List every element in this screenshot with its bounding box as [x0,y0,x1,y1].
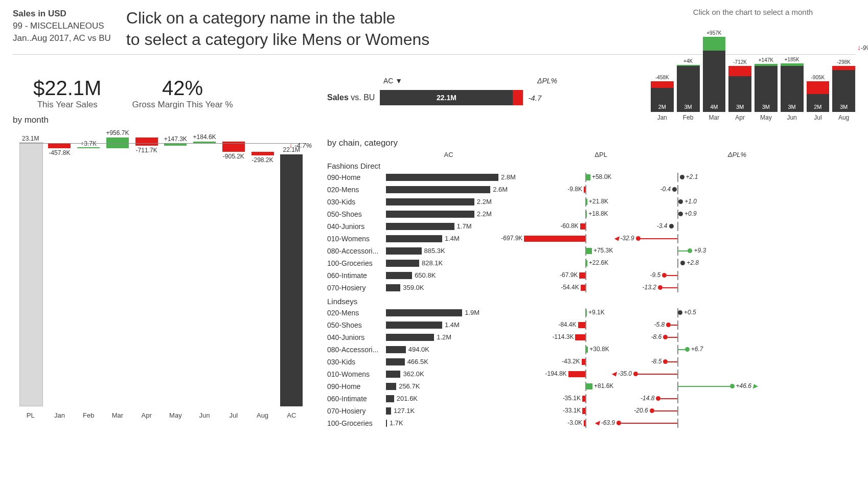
mini-side-label: ↓-9% [857,43,868,52]
category-name[interactable]: 060-Intimate [327,271,386,280]
category-name[interactable]: 100-Groceries [327,419,386,427]
ac-value: 2.6M [493,186,508,193]
mini-chart-title: Click on the chart to select a month [651,8,855,16]
dplp-pin-line [668,337,677,338]
mini-month[interactable]: 3M+147KMay [755,34,778,121]
ac-value: 1.4M [445,321,460,329]
category-name[interactable]: 090-Home [327,173,386,181]
chain-header: Lindseys [327,297,757,306]
waterfall-baseline [19,143,304,144]
ac-value: 650.8K [415,271,436,279]
dpl-cell: -54.4K [519,283,616,292]
mini-month[interactable]: 3M+4KFeb [677,34,700,121]
ac-cell: 1.7K [386,419,519,428]
mini-month[interactable]: 2M-458KJan [651,34,674,121]
ac-cell: 494.0K [386,345,519,354]
mini-variance-label: +185K [785,57,800,62]
mini-month[interactable]: 4M+957KMar [703,34,726,121]
ac-cell: 256.7K [386,382,519,391]
ac-bar [386,407,391,415]
category-name[interactable]: 050-Shoes [327,210,386,218]
waterfall-axis-label: Aug [257,411,268,419]
ac-value: 1.4M [445,235,460,242]
category-name[interactable]: 060-Intimate [327,395,386,403]
dplp-zero-line [677,333,678,342]
col-dplp: ΔPL% [618,151,757,158]
category-name[interactable]: 020-Mens [327,186,386,194]
waterfall-bar[interactable] [135,138,158,146]
category-name[interactable]: 030-Kids [327,358,386,366]
bullet-chart[interactable]: Sales vs. BU 22.1M -4.7 [327,90,547,105]
dpl-value: -9.8K [567,186,582,193]
category-name[interactable]: 100-Groceries [327,259,386,267]
dplp-pin-dot [636,236,641,241]
ac-value: 466.5K [407,358,428,365]
mini-variance-bar [755,64,778,66]
category-name[interactable]: 040-Juniors [327,222,386,231]
waterfall-bar[interactable] [164,144,187,145]
dplp-value: +2.1 [686,173,698,180]
category-name[interactable]: 040-Juniors [327,333,386,341]
category-name[interactable]: 050-Shoes [327,321,386,329]
dplp-value: -3.4 [657,222,668,230]
mini-variance-bar [677,65,700,66]
mini-variance-label: +957K [706,30,721,36]
ac-bar [386,322,442,329]
table-row: 070-Hosiery127.1K-33.1K-20.6 [327,405,757,417]
dplp-value: ◀ -63.9 [595,419,615,426]
dpl-value: -3.0K [567,419,582,426]
dplp-cell: +0.5 [616,308,749,317]
ac-cell: 127.1K [386,406,519,416]
dplp-pin-dot [663,335,668,339]
dpl-bar [578,322,585,328]
mini-variance-bar [781,63,804,66]
waterfall-value-label: -905.2K [223,153,244,160]
waterfall-bar[interactable] [280,154,303,406]
category-name[interactable]: 010-Womens [327,370,386,378]
ac-value: 201.6K [397,395,418,402]
ac-value: 256.7K [399,382,420,390]
dpl-cell: +18.8K [519,210,616,219]
waterfall-value-label: -711.7K [136,147,157,154]
dplp-cell: -5.8 [616,320,749,330]
dplp-pin-dot [688,248,692,253]
dpl-value: -114.3K [552,333,574,340]
mini-chart[interactable]: 2M-458KJan3M+4KFeb4M+957KMar3M-712KApr3M… [651,19,855,121]
category-name[interactable]: 070-Hosiery [327,407,386,415]
table-row: 040-Juniors1.7M-60.8K-3.4 [327,220,757,233]
page-title: Click on a category name in the table to… [126,8,429,50]
category-name[interactable]: 030-Kids [327,198,386,206]
waterfall-value-label: -457.8K [49,149,70,156]
table-row: 040-Juniors1.2M-114.3K-8.6 [327,331,757,343]
dplp-cell: +1.0 [616,197,749,207]
ac-cell: 201.6K [386,394,519,403]
ac-value: 1.9M [465,309,479,316]
mini-month[interactable]: 3M-298KAug [832,34,855,121]
dpl-cell: -43.2K [519,357,616,366]
dpl-bar [584,187,585,193]
waterfall-bar[interactable] [19,142,43,406]
dplp-pin-dot [685,347,690,352]
mini-month[interactable]: 3M-712KApr [728,34,751,121]
waterfall-bar[interactable] [77,147,100,148]
dplp-pin-dot [680,175,684,179]
bullet-ac-header: AC ▼ [383,77,402,85]
ac-bar [386,395,394,402]
kpi-gm: 42% Gross Margin This Year % [132,77,233,110]
ac-bar [386,309,462,316]
category-name[interactable]: 080-Accessori... [327,247,386,255]
category-name[interactable]: 080-Accessori... [327,346,386,354]
category-name[interactable]: 010-Womens [327,235,386,243]
mini-month[interactable]: 3M+185KJun [781,34,804,121]
ac-value: 1.7K [390,419,403,427]
dplp-value: -20.6 [634,407,648,414]
waterfall-bar[interactable] [252,152,274,155]
category-name[interactable]: 090-Home [327,382,386,391]
mini-month[interactable]: 2M-905KJul [807,34,830,121]
category-name[interactable]: 020-Mens [327,309,386,317]
waterfall-bar[interactable] [48,143,71,148]
category-name[interactable]: 070-Hosiery [327,284,386,292]
ac-cell: 362.0K [386,370,519,379]
waterfall-chart[interactable]: 23.1MPL-457.8KJan+3.7KFeb+956.7KMar-711.… [13,128,309,419]
dpl-value: +75.3K [593,247,613,254]
